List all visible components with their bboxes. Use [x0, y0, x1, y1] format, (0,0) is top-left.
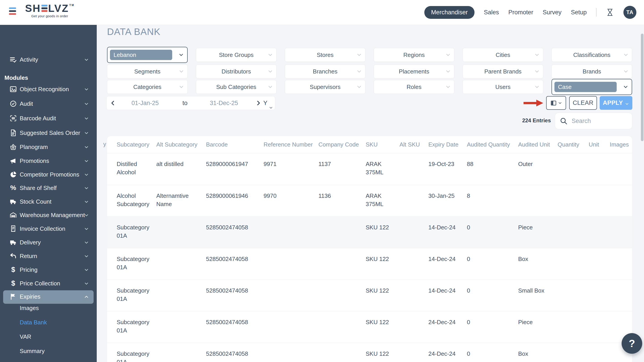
cell-audited-quantity: 88	[467, 153, 518, 185]
sidebar-subitem-summary[interactable]: Summary	[20, 348, 91, 359]
hourglass-icon[interactable]	[606, 8, 614, 16]
logo-wordmark: SHLVZTM	[25, 3, 74, 14]
app-root: SHLVZTM Get your goods in order Merchand…	[0, 0, 644, 362]
logo-e-bars	[42, 5, 48, 12]
filter-dropdown-case[interactable]: Case	[552, 79, 632, 95]
filter-dropdown-segments[interactable]: Segments	[107, 65, 188, 78]
sidebar-item-stock-count[interactable]: Stock Count	[0, 195, 97, 208]
table-row[interactable]: Subcategory 01A5285002474058SKU 12214-De…	[107, 216, 632, 248]
sidebar-item-label: Expiries	[20, 293, 40, 300]
cell-unit	[589, 217, 610, 248]
cell-barcode: 5285002474058	[206, 343, 264, 362]
filter-dropdown-sub-categories[interactable]: Sub Categories	[196, 80, 276, 94]
cell-reference-number	[264, 280, 318, 311]
filter-dropdown-stores[interactable]: Stores	[285, 48, 366, 62]
cell-audited-quantity: 0	[467, 311, 518, 343]
filter-dropdown-placements[interactable]: Placements	[374, 65, 454, 78]
nav-item-sales[interactable]: Sales	[484, 9, 499, 16]
columns-visibility-button[interactable]	[546, 96, 566, 110]
avatar[interactable]: TA	[624, 6, 636, 19]
sidebar-item-expiries[interactable]: Expiries	[3, 290, 94, 304]
cell-barcode: 5289000061946	[206, 185, 264, 216]
table-row[interactable]: Subcategory 01A5285002474058SKU 12214-De…	[107, 279, 632, 311]
search-box	[555, 113, 632, 129]
hamburger-menu-icon[interactable]	[9, 8, 16, 17]
sidebar-subitem-data-bank[interactable]: Data Bank	[20, 319, 91, 330]
filter-dropdown-branches[interactable]: Branches	[285, 65, 366, 78]
nav-item-setup[interactable]: Setup	[571, 9, 587, 16]
page-scrollbar-thumb[interactable]	[641, 34, 644, 141]
cell-images	[610, 248, 632, 279]
filter-dropdown-distributors[interactable]: Distributors	[196, 65, 276, 78]
cell-images	[610, 185, 632, 216]
document-icon	[10, 129, 17, 137]
sidebar-item-barcode-audit[interactable]: Barcode Audit	[0, 112, 97, 125]
sidebar-item-competitor-promotions[interactable]: Competitor Promotions	[0, 168, 97, 181]
sidebar-item-delivery[interactable]: Delivery	[0, 236, 97, 249]
apply-button-label: APPLY	[603, 100, 623, 106]
sidebar-item-price-collection[interactable]: $Price Collection	[0, 277, 97, 290]
apply-button[interactable]: APPLY	[600, 96, 632, 110]
nav-item-survey[interactable]: Survey	[542, 9, 561, 16]
cell-reference-number	[264, 343, 318, 362]
selected-filter-chip: Lebanon	[110, 50, 172, 60]
filter-dropdown-parent-brands[interactable]: Parent Brands	[462, 65, 543, 78]
sidebar-item-warehouse-management[interactable]: Warehouse Management	[0, 209, 97, 222]
table-body: Distilled Alcoholalt distilled5289000061…	[107, 153, 632, 362]
cell-alt-subcategory	[156, 217, 206, 248]
sidebar-item-invoice-collection[interactable]: Invoice Collection	[0, 222, 97, 235]
clear-button[interactable]: CLEAR	[569, 96, 597, 110]
chevron-down-icon	[267, 69, 273, 74]
cell-unit	[589, 280, 610, 311]
date-mode-dropdown[interactable]: Y	[263, 96, 273, 110]
filter-dropdown-brands[interactable]: Brands	[552, 65, 632, 78]
table-row[interactable]: Subcategory 01A5285002474058SKU 12224-De…	[107, 311, 632, 343]
chevron-right-icon[interactable]	[255, 100, 262, 106]
sidebar-item-return[interactable]: Return	[0, 250, 97, 263]
filter-dropdown-store-groups[interactable]: Store Groups	[196, 48, 276, 62]
nav-divider	[596, 8, 596, 17]
date-end[interactable]: 31-Dec-25	[204, 96, 244, 110]
page-title: DATA BANK	[107, 27, 160, 37]
table-row[interactable]: Distilled Alcoholalt distilled5289000061…	[107, 153, 632, 185]
table-row[interactable]: Alcohol SubcategoryAlternamtive Name5289…	[107, 185, 632, 216]
sidebar-item-activity[interactable]: Activity	[0, 53, 97, 66]
columns-icon	[550, 100, 557, 106]
sidebar-item-audit[interactable]: Audit	[0, 98, 97, 110]
sidebar-item-suggested-sales-order[interactable]: Suggested Sales Order	[0, 127, 97, 140]
filter-dropdown-supervisors[interactable]: Supervisors	[285, 80, 366, 94]
sidebar-item-object-recognition[interactable]: Object Recognition	[0, 83, 97, 96]
search-input[interactable]	[571, 117, 624, 125]
cell-audited-quantity: 0	[467, 343, 518, 362]
help-button[interactable]: ?	[622, 333, 642, 354]
chevron-down-icon	[534, 52, 540, 58]
nav-item-promoter[interactable]: Promoter	[508, 9, 533, 16]
cell-audited-unit	[518, 185, 558, 216]
sidebar-subitem-var[interactable]: VAR	[20, 333, 91, 344]
chevron-down-icon	[267, 84, 273, 90]
chevron-down-icon	[84, 130, 89, 136]
filter-dropdown-classifications[interactable]: Classifications	[552, 48, 632, 62]
cell-expiry-date: 30-Jan-25	[428, 185, 467, 216]
cell-company-code	[318, 217, 366, 248]
filter-dropdown-users[interactable]: Users	[462, 80, 543, 94]
chevron-left-icon[interactable]	[110, 100, 116, 106]
chevron-down-icon	[534, 69, 540, 74]
cell-expiry-date: 24-Dec-24	[428, 343, 467, 362]
sidebar-subitem-images[interactable]: Images	[20, 305, 91, 316]
sidebar-item-pricing[interactable]: $Pricing	[0, 263, 97, 276]
filter-dropdown-cities[interactable]: Cities	[462, 48, 543, 62]
filter-dropdown-lebanon[interactable]: Lebanon	[107, 47, 188, 63]
sidebar-item-planogram[interactable]: Planogram	[0, 141, 97, 154]
sidebar-item-promotions[interactable]: Promotions	[0, 155, 97, 168]
table-row[interactable]: Subcategory 01A5285002474058SKU 12224-De…	[107, 343, 632, 362]
cell-unit	[589, 343, 610, 362]
filter-dropdown-regions[interactable]: Regions	[374, 48, 454, 62]
date-start[interactable]: 01-Jan-25	[125, 96, 165, 110]
cell-images	[610, 153, 632, 185]
table-row[interactable]: Subcategory 01A5285002474058SKU 12214-De…	[107, 248, 632, 279]
sidebar-item-share-of-shelf[interactable]: %Share of Shelf	[0, 182, 97, 195]
filter-dropdown-roles[interactable]: Roles	[374, 80, 454, 94]
nav-item-merchandiser[interactable]: Merchandiser	[424, 6, 474, 19]
filter-dropdown-categories[interactable]: Categories	[107, 80, 188, 94]
